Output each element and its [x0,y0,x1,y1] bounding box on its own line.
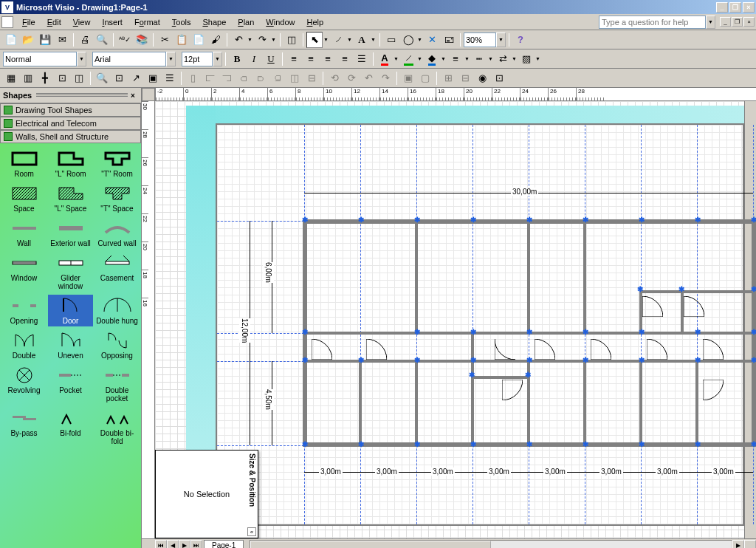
cut-button[interactable]: ✂ [157,32,173,48]
redo-button[interactable]: ↷ [254,32,270,48]
redo-dropdown[interactable]: ▼ [271,37,277,42]
door-icon[interactable] [703,339,724,360]
shape-item[interactable]: Pocket [48,364,93,404]
italic-button[interactable]: I [246,51,262,67]
nav-next-button[interactable]: ▶ [179,540,190,549]
wall[interactable] [415,361,418,444]
font-dropdown[interactable]: ▼ [166,52,176,66]
union-button[interactable]: ◉ [474,70,490,86]
door-icon[interactable] [495,339,515,360]
zoom-dropdown[interactable]: ▼ [496,32,506,47]
page-tab[interactable]: Page-1 [204,540,244,548]
pointer-dropdown[interactable]: ▼ [323,37,329,42]
style-dropdown[interactable]: ▼ [77,52,86,66]
size-position-close-button[interactable]: « [247,527,256,536]
document-icon[interactable] [1,16,13,28]
menu-plan[interactable]: Plan [232,16,260,28]
stencil-drawing-tools[interactable]: Drawing Tool Shapes [0,103,141,117]
align-left-button[interactable]: ≡ [286,51,302,67]
help-button[interactable]: ? [512,32,529,48]
nav-first-button[interactable]: ⏮ [155,540,167,549]
guide-line[interactable] [360,125,361,524]
shape-item[interactable]: Double bi-fold [94,407,140,447]
wall[interactable] [583,222,586,333]
align-justify-button[interactable]: ≡ [337,51,353,67]
print-button[interactable]: 🖨 [77,32,93,48]
line-color-button[interactable]: ⟋ [400,51,416,67]
shape-item[interactable]: Exterior wall [48,217,93,249]
spelling-button[interactable]: ᴬᴮ✓ [117,32,133,48]
nav-prev-button[interactable]: ◀ [167,540,179,549]
menu-shape[interactable]: Shape [196,16,232,28]
line-weight-button[interactable]: ≡ [447,51,464,67]
wall[interactable] [639,290,753,293]
shape-item[interactable]: "T" Space [94,182,140,214]
help-search-dropdown[interactable]: ▼ [706,16,715,29]
zoom-input[interactable] [464,32,496,47]
door-icon[interactable] [502,380,523,400]
connection-point-button[interactable]: ✕ [424,32,440,48]
shape-item[interactable]: By-pass [1,407,47,447]
shape-item[interactable]: Space [1,182,47,214]
shape-item[interactable]: Wall [1,217,47,249]
bring-front-button[interactable]: ▣ [400,70,416,86]
font-size-input[interactable] [182,52,213,66]
send-back-button[interactable]: ▢ [417,70,433,86]
distribute-v-button[interactable]: ⊟ [303,70,320,86]
fill-color-dropdown[interactable]: ▼ [441,56,447,61]
menu-file[interactable]: File [16,16,41,28]
menu-help[interactable]: Help [300,16,329,28]
line-weight-dropdown[interactable]: ▼ [464,56,470,61]
shape-item[interactable]: "T" Room [94,148,140,179]
size-position-window[interactable]: Size & Position No Selection « [155,450,258,538]
wall[interactable] [583,361,586,444]
align-right-button[interactable]: ≡ [320,51,336,67]
menu-view[interactable]: View [67,16,97,28]
ellipse-tool-button[interactable]: ◯ [400,32,416,48]
wall[interactable] [415,222,418,333]
connect-points-button[interactable]: ╋ [37,70,53,86]
line-ends-dropdown[interactable]: ▼ [512,56,518,61]
pointer-tool-button[interactable]: ⬉ [306,32,323,48]
ruler-button[interactable]: ⊡ [54,70,70,86]
connector-tool-button[interactable]: ⟋ [330,32,346,48]
stamp-tool-button[interactable]: 🖃 [441,32,457,48]
menu-format[interactable]: Format [128,16,166,28]
distribute-button[interactable]: ☰ [354,51,370,67]
wall[interactable] [527,222,530,333]
shape-item[interactable]: Double [1,329,47,361]
shape-dropdown[interactable]: ▼ [417,37,423,42]
flip-v-button[interactable]: ⟳ [343,70,360,86]
line-ends-button[interactable]: ⇄ [495,51,511,67]
zoom-region-button[interactable]: ⊡ [111,70,127,86]
page-breaks-button[interactable]: ◫ [71,70,87,86]
align-right-shape-button[interactable]: ⫏ [236,70,252,86]
wall[interactable] [359,361,362,444]
rotate-left-button[interactable]: ↶ [360,70,377,86]
undo-button[interactable]: ↶ [230,32,247,48]
open-button[interactable]: 📂 [20,32,36,48]
align-left-shape-button[interactable]: ⫍ [202,70,218,86]
door-icon[interactable] [591,339,611,360]
shape-item[interactable]: "L" Room [48,148,93,179]
format-painter-button[interactable]: 🖌 [207,32,224,48]
wall[interactable] [471,376,527,379]
shape-item[interactable]: Glider window [48,252,93,292]
horizontal-scrollbar[interactable] [250,540,732,549]
align-middle-shape-button[interactable]: ⫑ [269,70,286,86]
align-center-shape-button[interactable]: ⫎ [219,70,235,86]
save-button[interactable]: 💾 [37,32,53,48]
shape-item[interactable]: Revolving [1,364,47,404]
ungroup-button[interactable]: ⊟ [457,70,473,86]
maximize-button[interactable]: ❐ [729,2,741,13]
paste-button[interactable]: 📄 [190,32,207,48]
shape-item[interactable]: Door [48,295,93,326]
door-icon[interactable] [366,339,387,360]
menu-window[interactable]: Window [260,16,300,28]
mail-button[interactable]: ✉ [54,32,70,48]
align-top-shape-button[interactable]: ⫐ [252,70,269,86]
guide-line[interactable] [472,125,473,524]
guides-button[interactable]: ▥ [20,70,36,86]
font-size-dropdown[interactable]: ▼ [213,52,222,66]
style-input[interactable] [3,52,77,66]
